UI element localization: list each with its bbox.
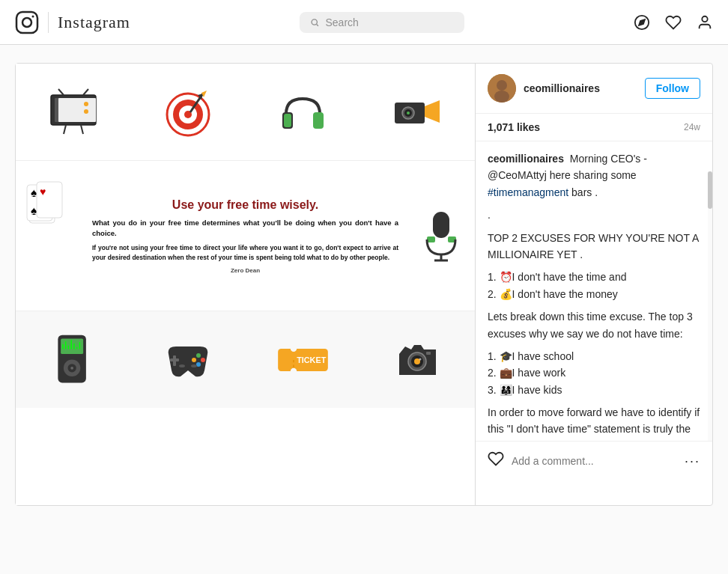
svg-point-31 [407, 112, 410, 115]
motive-author: Zero Dean [92, 267, 398, 274]
mic-icon-cell [407, 161, 475, 311]
caption-excuses-heading: TOP 2 EXCUSES FOR WHY YOU'RE NOT A MILLI… [488, 230, 700, 263]
caption-line-1: ceomillionaires Morning CEO's - @CeoMAtt… [488, 150, 700, 201]
caption-line-2: . [488, 207, 700, 223]
post-right-panel: ceomillionaires Follow 1,071 likes 24w c… [476, 64, 712, 505]
explore-icon[interactable] [634, 14, 650, 31]
caption-username: ceomillionaires [488, 153, 564, 165]
svg-line-4 [317, 24, 318, 25]
svg-line-14 [81, 125, 83, 134]
tv-icon-cell [16, 64, 130, 160]
headphones-icon-cell [246, 64, 360, 160]
cards-icon-cell: ♠ ♠ ♥ [16, 161, 83, 311]
heart-icon[interactable] [488, 451, 504, 471]
caption-breakdown-intro: Lets break down this time excuse. The to… [488, 308, 700, 342]
svg-marker-28 [425, 100, 440, 123]
target-icon-cell [130, 64, 245, 160]
svg-point-57 [196, 353, 201, 358]
motive-body1: What you do in your free time determines… [92, 218, 398, 239]
svg-rect-10 [58, 98, 96, 122]
comment-input[interactable] [512, 455, 677, 467]
post-image: ♠ ♠ ♥ Use your free time wisely. What yo… [16, 64, 475, 505]
svg-point-70 [419, 358, 421, 361]
svg-rect-0 [16, 12, 37, 33]
svg-point-65 [290, 346, 296, 352]
svg-point-61 [179, 364, 185, 367]
motive-title: Use your free time wisely. [92, 198, 398, 212]
instagram-camera-icon [15, 10, 39, 34]
main-container: ♠ ♠ ♥ Use your free time wisely. What yo… [0, 63, 728, 506]
follow-button[interactable]: Follow [645, 78, 700, 99]
likes-row: 1,071 likes 24w [476, 114, 712, 141]
svg-line-13 [64, 125, 66, 134]
svg-point-1 [22, 18, 31, 27]
motive-body2: If you're not using your free time to di… [92, 243, 398, 263]
image-top-row [16, 64, 475, 161]
header-right [634, 14, 713, 31]
svg-point-11 [84, 102, 88, 106]
svg-rect-71 [426, 352, 431, 355]
svg-line-15 [58, 89, 64, 95]
image-middle-row: ♠ ♠ ♥ Use your free time wisely. What yo… [16, 161, 475, 311]
svg-text:♥: ♥ [40, 186, 46, 198]
profile-icon[interactable] [697, 14, 713, 31]
svg-point-59 [201, 358, 205, 362]
time-ago: 24w [684, 122, 700, 132]
mp3-icon-cell [16, 311, 130, 408]
svg-point-54 [70, 367, 73, 370]
text-block: Use your free time wisely. What you do i… [83, 161, 407, 311]
gamepad-icon-cell [130, 311, 245, 408]
instagram-wordmark: Instagram [58, 13, 130, 32]
caption-kids-excuse: 3. 👨‍👩‍👧I have kids [488, 382, 700, 398]
svg-point-66 [290, 368, 296, 374]
svg-point-62 [191, 364, 197, 367]
header-left: Instagram [15, 10, 130, 34]
notifications-icon[interactable] [665, 14, 682, 31]
scroll-track [708, 171, 712, 441]
caption-area[interactable]: ceomillionaires Morning CEO's - @CeoMAtt… [476, 141, 712, 441]
caption-work-excuse: 2. 💼I have work [488, 364, 700, 381]
search-input[interactable] [325, 16, 454, 28]
search-bar[interactable] [300, 12, 464, 33]
ticket-icon-cell: TICKET [246, 311, 360, 408]
avatar [488, 74, 516, 103]
post-header: ceomillionaires Follow [476, 64, 712, 114]
svg-point-12 [84, 109, 88, 114]
svg-point-7 [702, 16, 707, 21]
svg-marker-6 [639, 19, 645, 25]
main-header: Instagram [0, 0, 728, 45]
logo-divider [48, 12, 49, 33]
likes-count: 1,071 likes [488, 121, 540, 133]
photo-camera-icon-cell [360, 311, 475, 408]
caption-excuse-1: 1. ⏰I don't have the time and [488, 269, 700, 285]
caption-school-excuse: 1. 🎓I have school [488, 348, 700, 364]
caption-identify: In order to move forward we have to iden… [488, 404, 700, 441]
svg-rect-56 [170, 358, 179, 361]
post-image-container: ♠ ♠ ♥ Use your free time wisely. What yo… [16, 64, 476, 505]
svg-point-58 [192, 358, 196, 362]
more-options-icon[interactable]: ··· [685, 454, 700, 469]
svg-line-16 [83, 89, 88, 95]
svg-point-74 [494, 91, 509, 103]
search-icon [310, 17, 320, 28]
svg-rect-39 [427, 236, 435, 242]
svg-text:TICKET: TICKET [297, 355, 326, 364]
image-bottom-row: TICKET [16, 311, 475, 408]
scroll-thumb [708, 171, 712, 209]
post-card: ♠ ♠ ♥ Use your free time wisely. What yo… [15, 63, 713, 506]
svg-rect-26 [284, 114, 291, 127]
post-username: ceomillionaires [524, 82, 637, 94]
add-comment-row: ··· [476, 441, 712, 480]
caption-excuse-2: 2. 💰I don't have the money [488, 286, 700, 302]
svg-rect-25 [313, 112, 324, 129]
svg-rect-38 [433, 212, 449, 238]
svg-point-3 [312, 19, 317, 24]
svg-point-73 [497, 80, 507, 91]
camera-icon-cell [360, 64, 475, 160]
svg-point-2 [32, 15, 34, 17]
